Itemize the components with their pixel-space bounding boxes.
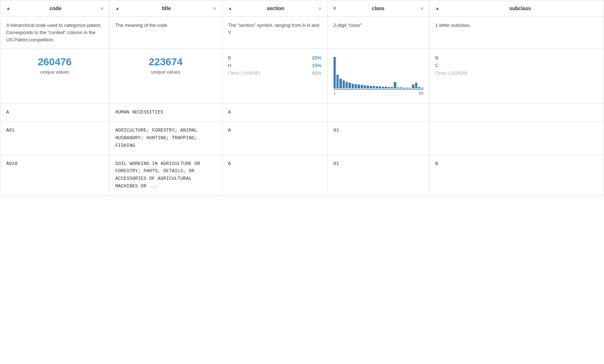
cell-subclass-A bbox=[429, 104, 604, 122]
col-label-subclass: subclass bbox=[442, 5, 598, 11]
value-code-A01B: A01B bbox=[6, 161, 17, 166]
cell-class-A01B: 01 bbox=[327, 155, 429, 195]
value-section-A01B: A bbox=[228, 161, 231, 166]
unique-label-title: unique values bbox=[115, 69, 216, 75]
chart-bar bbox=[352, 84, 354, 89]
chart-bar bbox=[336, 75, 339, 88]
data-table: ▲ code ≡ ▲ title ≡ ▲ bbox=[0, 0, 604, 196]
table-row: A01 AGRICULTURE; FORESTRY; ANIMAL HUSBAN… bbox=[0, 122, 604, 155]
chart-bar bbox=[388, 87, 390, 89]
desc-code: A hierarchical code used to categorize p… bbox=[0, 17, 109, 49]
value-subclass-A01B: B bbox=[435, 161, 438, 166]
dist-pct-other-section: 63% bbox=[312, 70, 322, 76]
string-icon-subclass: ▲ bbox=[435, 6, 440, 11]
th-class: # class ≡ bbox=[327, 0, 429, 17]
dist-item-sub-B: B bbox=[435, 54, 598, 62]
value-title-A: HUMAN NECESSITIES bbox=[115, 109, 164, 115]
chart-bar bbox=[400, 87, 402, 89]
desc-text-title: The meaning of the code bbox=[115, 22, 167, 28]
dist-item-B: B 22% bbox=[228, 54, 322, 62]
stats-row: 260476 unique values 223674 unique value… bbox=[0, 49, 604, 104]
dist-label-sub-B: B bbox=[435, 55, 439, 61]
string-icon-title: ▲ bbox=[115, 6, 120, 11]
unique-count-code: 260476 bbox=[6, 56, 103, 68]
chart-bar bbox=[343, 80, 345, 89]
dist-pct-B: 22% bbox=[312, 55, 322, 61]
table-row: A HUMAN NECESSITIES A bbox=[0, 104, 604, 122]
data-table-wrapper: ▲ code ≡ ▲ title ≡ ▲ bbox=[0, 0, 604, 196]
chart-bar bbox=[370, 86, 372, 88]
header-row: ▲ code ≡ ▲ title ≡ ▲ bbox=[0, 0, 604, 17]
cell-code-A01: A01 bbox=[0, 122, 109, 155]
cell-section-A: A bbox=[222, 104, 327, 122]
chart-bar bbox=[409, 88, 411, 89]
th-title: ▲ title ≡ bbox=[109, 0, 222, 17]
cell-section-A01: A bbox=[222, 122, 327, 155]
dist-label-other-subclass: Other (182689) bbox=[435, 70, 467, 76]
cell-class-A01: 01 bbox=[327, 122, 429, 155]
sort-icon-class[interactable]: ≡ bbox=[421, 6, 423, 11]
chart-bar bbox=[382, 87, 384, 88]
cell-title-A: HUMAN NECESSITIES bbox=[109, 104, 222, 122]
dist-pct-H: 15% bbox=[312, 63, 322, 68]
value-section-A01: A bbox=[228, 128, 231, 133]
chart-bar bbox=[346, 82, 348, 88]
sort-icon-section[interactable]: ≡ bbox=[319, 6, 322, 11]
cell-section-A01B: A bbox=[222, 155, 327, 195]
chart-bar bbox=[403, 88, 405, 89]
unique-count-title: 223674 bbox=[115, 56, 216, 68]
desc-text-section: The "section" symbol, ranging from A-H a… bbox=[228, 22, 319, 35]
stats-subclass: B C Other (182689) bbox=[429, 49, 604, 104]
chart-axis: 1 99 bbox=[334, 91, 423, 95]
stats-code: 260476 unique values bbox=[0, 49, 109, 104]
dist-label-sub-C: C bbox=[435, 63, 439, 68]
table-row: A01B SOIL WORKING IN AGRICULTURE OR FORE… bbox=[0, 155, 604, 195]
value-code-A01: A01 bbox=[6, 128, 15, 133]
chart-bar bbox=[421, 88, 423, 89]
col-label-title: title bbox=[123, 5, 210, 11]
chart-bar bbox=[339, 79, 342, 88]
cell-class-A bbox=[327, 104, 429, 122]
desc-subclass: 1-letter subclass. bbox=[429, 17, 604, 49]
value-section-A: A bbox=[228, 109, 231, 115]
cell-code-A: A bbox=[0, 104, 109, 122]
desc-text-code: A hierarchical code used to categorize p… bbox=[6, 22, 102, 42]
stats-title: 223674 unique values bbox=[109, 49, 222, 104]
chart-bar bbox=[367, 86, 369, 88]
chart-bar bbox=[412, 84, 414, 88]
cell-subclass-A01 bbox=[429, 122, 604, 155]
desc-class: 2-digit "class". bbox=[327, 17, 429, 49]
th-section: ▲ section ≡ bbox=[222, 0, 327, 17]
dist-label-other-section: Other (164836) bbox=[228, 70, 260, 76]
number-icon-class: # bbox=[334, 6, 336, 11]
chart-bar bbox=[376, 86, 378, 88]
description-row: A hierarchical code used to categorize p… bbox=[0, 17, 604, 49]
col-label-class: class bbox=[339, 5, 418, 11]
chart-bar bbox=[364, 85, 366, 88]
cell-title-A01B: SOIL WORKING IN AGRICULTURE OR FORESTRY;… bbox=[109, 155, 222, 195]
desc-text-subclass: 1-letter subclass. bbox=[435, 22, 471, 28]
th-code: ▲ code ≡ bbox=[0, 0, 109, 17]
desc-section: The "section" symbol, ranging from A-H a… bbox=[222, 17, 327, 49]
sort-icon-code[interactable]: ≡ bbox=[100, 6, 103, 11]
sort-icon-title[interactable]: ≡ bbox=[213, 6, 216, 11]
chart-bar bbox=[348, 83, 351, 88]
dist-label-B: B bbox=[228, 55, 231, 61]
th-subclass: ▲ subclass bbox=[429, 0, 604, 17]
stats-section: B 22% H 15% Other (164836) 63% bbox=[222, 49, 327, 104]
cell-code-A01B: A01B bbox=[0, 155, 109, 195]
chart-bar bbox=[385, 87, 387, 88]
desc-title: The meaning of the code bbox=[109, 17, 222, 49]
chart-bar bbox=[361, 85, 363, 88]
value-class-A01: 01 bbox=[334, 128, 339, 133]
chart-bar bbox=[415, 83, 417, 88]
chart-bar bbox=[379, 86, 381, 88]
chart-bar bbox=[373, 86, 375, 88]
chart-bars bbox=[334, 57, 423, 90]
string-icon-code: ▲ bbox=[6, 6, 11, 11]
unique-label-code: unique values bbox=[6, 69, 103, 75]
value-code-A: A bbox=[6, 109, 9, 115]
chart-bar bbox=[357, 84, 360, 88]
chart-bar bbox=[391, 87, 393, 89]
dist-item-sub-C: C bbox=[435, 62, 598, 69]
